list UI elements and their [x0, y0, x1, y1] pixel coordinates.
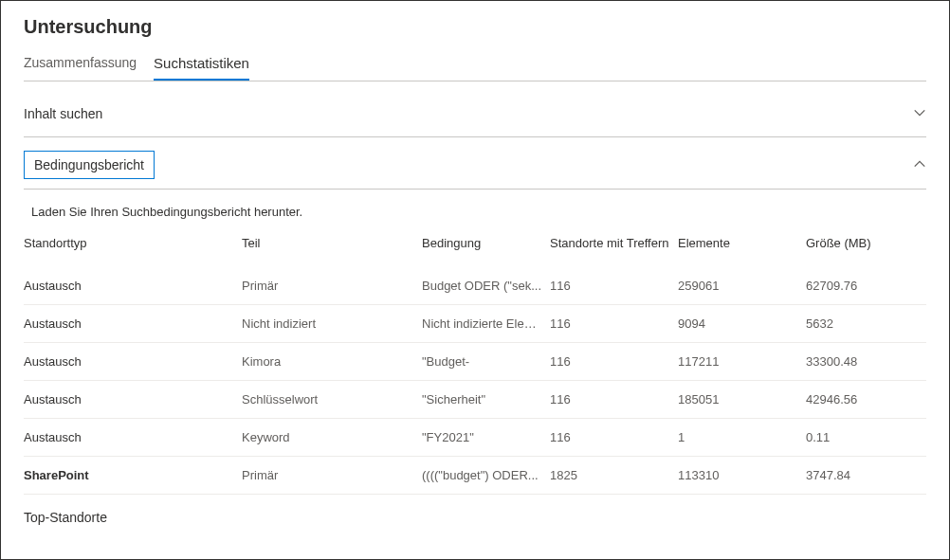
- page-title: Untersuchung: [24, 16, 926, 38]
- col-size: Größe (MB): [806, 236, 920, 250]
- cell-items: 117211: [678, 354, 806, 369]
- cell-items: 1: [678, 430, 806, 444]
- table-row[interactable]: AustauschNicht indiziertNicht indizierte…: [24, 305, 926, 343]
- cell-condition: "FY2021": [422, 430, 550, 444]
- cell-location_type: Austausch: [24, 354, 242, 369]
- table-row[interactable]: AustauschKimora"Budget-11611721133300.48: [24, 343, 926, 381]
- cell-locations_hits: 116: [550, 392, 678, 406]
- col-locations-hits: Standorte mit Treffern: [550, 236, 678, 250]
- section-search-content-title: Inhalt suchen: [24, 102, 102, 125]
- tab-search-statistics[interactable]: Suchstatistiken: [154, 55, 249, 81]
- table-header-row: Standorttyp Teil Bedingung Standorte mit…: [24, 232, 926, 267]
- cell-size: 42946.56: [806, 392, 920, 406]
- cell-locations_hits: 116: [550, 354, 678, 369]
- section-condition-report-header[interactable]: Bedingungsbericht: [24, 151, 926, 190]
- chevron-up-icon: [913, 157, 926, 173]
- chevron-down-icon: [913, 106, 926, 122]
- cell-location_type: Austausch: [24, 316, 242, 331]
- cell-location_type: Austausch: [24, 279, 242, 293]
- tabs: Zusammenfassung Suchstatistiken: [24, 55, 926, 81]
- cell-condition: Nicht indizierte Elemente: [422, 316, 550, 331]
- section-top-locations-title[interactable]: Top-Standorte: [24, 495, 926, 525]
- cell-location_type: Austausch: [24, 430, 242, 444]
- cell-size: 62709.76: [806, 279, 920, 293]
- table-row[interactable]: AustauschSchlüsselwort"Sicherheit"116185…: [24, 381, 926, 419]
- condition-report-description: Laden Sie Ihren Suchbedingungsbericht he…: [24, 199, 926, 232]
- table-row[interactable]: SharePointPrimär(((("budget") ODER...182…: [24, 457, 926, 495]
- cell-part: Keyword: [242, 430, 422, 444]
- section-search-content[interactable]: Inhalt suchen: [24, 102, 926, 137]
- section-condition-report-title: Bedingungsbericht: [24, 151, 155, 179]
- col-location-type: Standorttyp: [24, 236, 242, 250]
- cell-location_type: Austausch: [24, 392, 242, 406]
- section-condition-report: Bedingungsbericht Laden Sie Ihren Suchbe…: [24, 151, 926, 525]
- col-items: Elemente: [678, 236, 806, 250]
- cell-locations_hits: 116: [550, 316, 678, 331]
- cell-size: 0.11: [806, 430, 920, 444]
- cell-size: 3747.84: [806, 468, 920, 482]
- table-row[interactable]: AustauschKeyword"FY2021"11610.11: [24, 419, 926, 457]
- col-part: Teil: [242, 236, 422, 250]
- cell-condition: "Budget-: [422, 354, 550, 369]
- condition-report-table: Standorttyp Teil Bedingung Standorte mit…: [24, 232, 926, 495]
- cell-locations_hits: 116: [550, 430, 678, 444]
- cell-size: 33300.48: [806, 354, 920, 369]
- cell-part: Primär: [242, 468, 422, 482]
- cell-part: Kimora: [242, 354, 422, 369]
- cell-condition: Budget ODER ("sek...: [422, 279, 550, 293]
- cell-items: 185051: [678, 392, 806, 406]
- col-condition: Bedingung: [422, 236, 550, 250]
- tab-summary[interactable]: Zusammenfassung: [24, 55, 137, 81]
- cell-condition: (((("budget") ODER...: [422, 468, 550, 482]
- cell-part: Schlüsselwort: [242, 392, 422, 406]
- cell-condition: "Sicherheit": [422, 392, 550, 406]
- cell-part: Primär: [242, 279, 422, 293]
- table-row[interactable]: AustauschPrimärBudget ODER ("sek...11625…: [24, 267, 926, 305]
- cell-items: 259061: [678, 279, 806, 293]
- cell-locations_hits: 116: [550, 279, 678, 293]
- cell-part: Nicht indiziert: [242, 316, 422, 331]
- cell-location_type: SharePoint: [24, 468, 242, 482]
- cell-locations_hits: 1825: [550, 468, 678, 482]
- cell-size: 5632: [806, 316, 920, 331]
- cell-items: 9094: [678, 316, 806, 331]
- cell-items: 113310: [678, 468, 806, 482]
